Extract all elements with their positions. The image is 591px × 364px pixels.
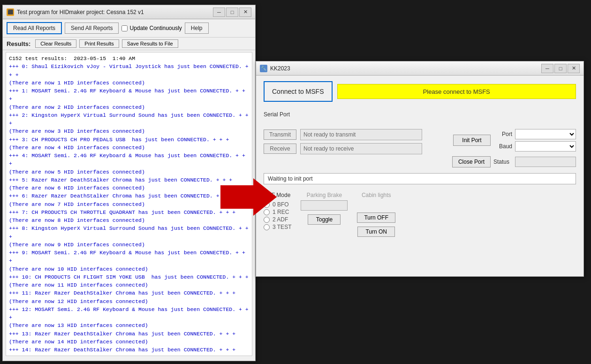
turn-off-button[interactable]: Turn OFF bbox=[357, 212, 395, 223]
list-item: +++ 2: Kingston HyperX Virtual Surround … bbox=[9, 111, 249, 128]
list-item: +++ 5: Razer Razer DeathStalker Chroma h… bbox=[9, 176, 249, 184]
send-all-reports-button[interactable]: Send All Reports bbox=[65, 23, 119, 34]
results-bar: Results: Clear Results Print Results Sav… bbox=[3, 38, 255, 50]
connect-msfs-button[interactable]: Connect to MSFS bbox=[264, 81, 333, 102]
status-row: Status bbox=[493, 157, 576, 167]
window1-title: Test program for HIDmaker project: Cessn… bbox=[17, 9, 144, 15]
minimize-button-1[interactable]: ─ bbox=[213, 8, 225, 17]
read-all-reports-button[interactable]: Read All Reports bbox=[7, 22, 62, 34]
receive-row: Receive bbox=[264, 143, 447, 154]
save-results-button[interactable]: Save Results to File bbox=[122, 39, 178, 48]
list-item: (There are now 8 HID interfaces connecte… bbox=[9, 216, 249, 224]
receive-status bbox=[300, 143, 422, 154]
adf-label-3: 3 TEST bbox=[273, 224, 291, 230]
list-item: +++ 14: Razer Razer DeathStalker Chroma … bbox=[9, 346, 249, 354]
transmit-row: Transmit bbox=[264, 129, 447, 140]
baud-row: Baud bbox=[493, 141, 576, 152]
baud-select[interactable] bbox=[515, 141, 576, 152]
svg-marker-0 bbox=[220, 178, 277, 216]
list-item: +++ 10: CH PRODUCTS CH FLIGHT SIM YOKE U… bbox=[9, 273, 249, 281]
list-item: (There are now 12 HID interfaces connect… bbox=[9, 297, 249, 305]
transmit-button[interactable]: Transmit bbox=[264, 129, 296, 140]
cabin-title: Cabin lights bbox=[362, 192, 391, 198]
clear-results-button[interactable]: Clear Results bbox=[35, 39, 76, 48]
app-icon-2: 🔧 bbox=[260, 65, 267, 72]
list-item: +++ 9: MOSART Semi. 2.4G RF Keyboard & M… bbox=[9, 249, 249, 265]
list-item: (There are now 9 HID interfaces connecte… bbox=[9, 241, 249, 249]
close-port-button[interactable]: Close Port bbox=[452, 156, 491, 167]
maximize-button-1[interactable]: □ bbox=[226, 8, 238, 17]
adf-option-2[interactable]: 2 ADF bbox=[264, 216, 291, 223]
print-results-button[interactable]: Print Results bbox=[79, 39, 119, 48]
baud-label: Baud bbox=[493, 143, 512, 150]
list-item: (There are now 1 HID interfaces connecte… bbox=[9, 79, 249, 87]
close-button-1[interactable]: ✕ bbox=[239, 8, 251, 17]
close-button-2[interactable]: ✕ bbox=[568, 64, 580, 73]
list-item: +++ 3: CH PRODUCTS CH PRO PEDALS USB has… bbox=[9, 136, 249, 144]
list-item: (There are now 11 HID interfaces connect… bbox=[9, 281, 249, 289]
adf-radio-3[interactable] bbox=[264, 224, 270, 230]
list-item: +++ 13: Razer Razer DeathStalker Chroma … bbox=[9, 330, 249, 338]
list-item: C152 test results: 2023-05-15 1:40 AM bbox=[9, 54, 249, 62]
results-content[interactable]: C152 test results: 2023-05-15 1:40 AM+++… bbox=[6, 52, 252, 356]
minimize-button-2[interactable]: ─ bbox=[541, 64, 553, 73]
parking-title: Parking Brake bbox=[307, 192, 342, 198]
receive-button[interactable]: Receive bbox=[264, 144, 296, 154]
list-item: (There are now 5 HID interfaces connecte… bbox=[9, 168, 249, 176]
list-item: +++ 12: MOSART Semi. 2.4G RF Keyboard & … bbox=[9, 305, 249, 322]
title-bar-left: ⬛ Test program for HIDmaker project: Ces… bbox=[7, 8, 144, 16]
toolbar-1: Read All Reports Send All Reports Update… bbox=[3, 19, 255, 38]
help-button[interactable]: Help bbox=[185, 23, 209, 34]
list-item: +++ 1: MOSART Semi. 2.4G RF Keyboard & M… bbox=[9, 87, 249, 103]
list-item: (There are now 13 HID interfaces connect… bbox=[9, 321, 249, 329]
serial-section: Serial Port bbox=[256, 107, 583, 125]
title-bar-left-2: 🔧 KK2023 bbox=[260, 65, 290, 72]
results-label: Results: bbox=[7, 40, 30, 47]
title-bar-2: 🔧 KK2023 ─ □ ✕ bbox=[256, 61, 583, 76]
list-item: (There are now 3 HID interfaces connecte… bbox=[9, 127, 249, 135]
transmit-status bbox=[300, 129, 422, 140]
parking-section: Parking Brake Toggle bbox=[301, 192, 348, 237]
list-item: (There are now 2 HID interfaces connecte… bbox=[9, 103, 249, 111]
list-item: (There are now 15 HID interfaces connect… bbox=[9, 354, 249, 356]
red-arrow bbox=[220, 178, 277, 216]
serial-left: Transmit Receive bbox=[264, 129, 447, 167]
port-label: Port bbox=[493, 131, 512, 137]
status-input bbox=[515, 157, 576, 167]
adf-radio-2[interactable] bbox=[264, 217, 270, 223]
port-select[interactable] bbox=[515, 129, 576, 139]
list-item: (There are now 6 HID interfaces connecte… bbox=[9, 184, 249, 192]
waiting-bar: Waiting to init port bbox=[264, 173, 576, 184]
list-item: +++ 7: CH PRODUCTS CH THROTTLE QUADRANT … bbox=[9, 208, 249, 216]
port-row: Port bbox=[493, 129, 576, 139]
msfs-status: Please connect to MSFS bbox=[337, 84, 576, 99]
window1: ⬛ Test program for HIDmaker project: Ces… bbox=[2, 5, 256, 361]
list-item: (There are now 14 HID interfaces connect… bbox=[9, 338, 249, 346]
toggle-button[interactable]: Toggle bbox=[308, 214, 341, 225]
parking-display bbox=[301, 200, 348, 211]
init-port-button[interactable]: Init Port bbox=[453, 135, 491, 146]
cabin-section: Cabin lights Turn OFF Turn ON bbox=[357, 192, 395, 237]
list-item: +++ 0: Shaul Eizikovich vJoy - Virtual J… bbox=[9, 62, 249, 79]
list-item: (There are now 4 HID interfaces connecte… bbox=[9, 144, 249, 152]
window2-title: KK2023 bbox=[270, 65, 290, 72]
turn-on-button[interactable]: Turn ON bbox=[357, 227, 395, 237]
serial-port-label: Serial Port bbox=[264, 111, 576, 118]
adf-option-3[interactable]: 3 TEST bbox=[264, 224, 291, 230]
update-continuously-checkbox[interactable] bbox=[121, 25, 128, 31]
update-continuously-label[interactable]: Update Continuously bbox=[121, 25, 182, 31]
maximize-button-2[interactable]: □ bbox=[554, 64, 567, 73]
update-continuously-text: Update Continuously bbox=[129, 25, 182, 31]
adf-label-2: 2 ADF bbox=[273, 216, 288, 223]
status-label: Status bbox=[493, 159, 509, 165]
app-icon-1: ⬛ bbox=[7, 8, 14, 16]
msfs-area: Connect to MSFS Please connect to MSFS bbox=[256, 76, 583, 107]
list-item: (There are now 10 HID interfaces connect… bbox=[9, 265, 249, 273]
title-controls-2: ─ □ ✕ bbox=[541, 64, 580, 73]
serial-main: Transmit Receive Init Port Port Baud bbox=[256, 125, 583, 171]
list-item: +++ 11: Razer Razer DeathStalker Chroma … bbox=[9, 289, 249, 297]
list-item: +++ 6: Razer Razer DeathStalker Chroma h… bbox=[9, 192, 249, 200]
serial-right: Init Port Port Baud Close Port Status bbox=[452, 129, 576, 167]
list-item: (There are now 7 HID interfaces connecte… bbox=[9, 200, 249, 208]
list-item: +++ 8: Kingston HyperX Virtual Surround … bbox=[9, 224, 249, 241]
